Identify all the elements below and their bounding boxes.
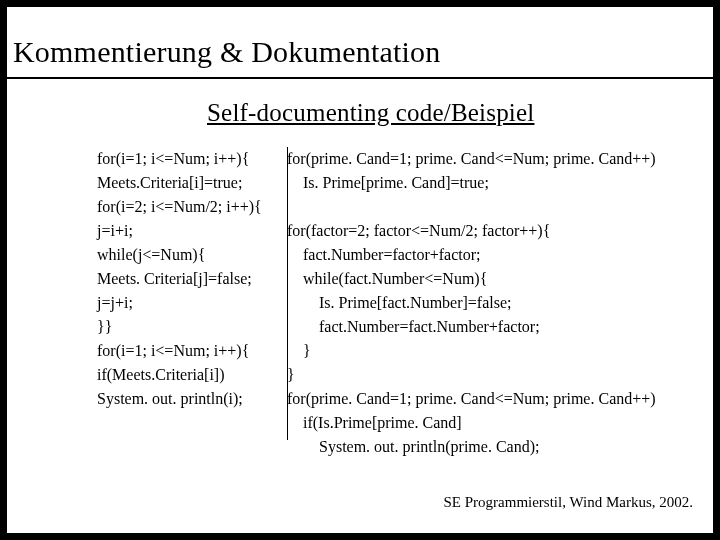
right-code: for(prime. Cand=1; prime. Cand<=Num; pri… bbox=[287, 147, 657, 171]
code-row: for(i=1; i<=Num; i++){ } bbox=[97, 339, 657, 363]
slide-title: Kommentierung & Dokumentation bbox=[7, 35, 440, 69]
code-row: if(Is.Prime[prime. Cand] bbox=[97, 411, 657, 435]
left-code: for(i=1; i<=Num; i++){ bbox=[97, 339, 287, 363]
code-row: if(Meets.Criteria[i])} bbox=[97, 363, 657, 387]
slide-content: Kommentierung & Dokumentation Self-docum… bbox=[7, 7, 713, 533]
code-comparison: for(i=1; i<=Num; i++){for(prime. Cand=1;… bbox=[97, 147, 657, 459]
left-code: for(i=2; i<=Num/2; i++){ bbox=[97, 195, 287, 219]
right-code: } bbox=[287, 339, 657, 363]
left-code bbox=[97, 435, 287, 459]
right-code: while(fact.Number<=Num){ bbox=[287, 267, 657, 291]
code-row: for(i=1; i<=Num; i++){for(prime. Cand=1;… bbox=[97, 147, 657, 171]
code-row: for(i=2; i<=Num/2; i++){ bbox=[97, 195, 657, 219]
right-code: for(factor=2; factor<=Num/2; factor++){ bbox=[287, 219, 657, 243]
left-code: }} bbox=[97, 315, 287, 339]
left-code bbox=[97, 411, 287, 435]
code-row: j=j+i; Is. Prime[fact.Number]=false; bbox=[97, 291, 657, 315]
code-row: while(j<=Num){ fact.Number=factor+factor… bbox=[97, 243, 657, 267]
right-code: fact.Number=fact.Number+factor; bbox=[287, 315, 657, 339]
left-code: Meets. Criteria[j]=false; bbox=[97, 267, 287, 291]
slide-subtitle: Self-documenting code/Beispiel bbox=[207, 99, 534, 127]
slide-footer: SE Programmierstil, Wind Markus, 2002. bbox=[443, 494, 693, 511]
code-row: System. out. println(prime. Cand); bbox=[97, 435, 657, 459]
right-code: } bbox=[287, 363, 657, 387]
left-code: while(j<=Num){ bbox=[97, 243, 287, 267]
right-code: Is. Prime[prime. Cand]=true; bbox=[287, 171, 657, 195]
code-row: Meets. Criteria[j]=false; while(fact.Num… bbox=[97, 267, 657, 291]
left-code: if(Meets.Criteria[i]) bbox=[97, 363, 287, 387]
left-code: for(i=1; i<=Num; i++){ bbox=[97, 147, 287, 171]
right-code: Is. Prime[fact.Number]=false; bbox=[287, 291, 657, 315]
left-code: j=j+i; bbox=[97, 291, 287, 315]
code-row: }} fact.Number=fact.Number+factor; bbox=[97, 315, 657, 339]
left-code: j=i+i; bbox=[97, 219, 287, 243]
code-row: j=i+i;for(factor=2; factor<=Num/2; facto… bbox=[97, 219, 657, 243]
left-code: System. out. println(i); bbox=[97, 387, 287, 411]
code-row: System. out. println(i);for(prime. Cand=… bbox=[97, 387, 657, 411]
right-code: fact.Number=factor+factor; bbox=[287, 243, 657, 267]
right-code bbox=[287, 195, 657, 219]
right-code: System. out. println(prime. Cand); bbox=[287, 435, 657, 459]
right-code: for(prime. Cand=1; prime. Cand<=Num; pri… bbox=[287, 387, 657, 411]
code-row: Meets.Criteria[i]=true; Is. Prime[prime.… bbox=[97, 171, 657, 195]
title-underline bbox=[7, 77, 713, 79]
right-code: if(Is.Prime[prime. Cand] bbox=[287, 411, 657, 435]
left-code: Meets.Criteria[i]=true; bbox=[97, 171, 287, 195]
